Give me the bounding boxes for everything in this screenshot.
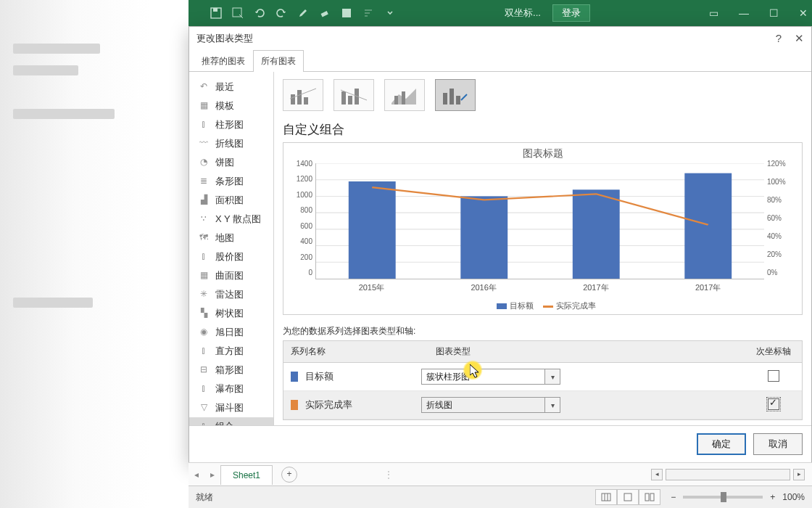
category-2[interactable]: ⫿柱形图	[189, 115, 273, 134]
zoom-out-icon[interactable]: −	[671, 492, 676, 502]
chart-legend: 目标额 实际完成率	[291, 300, 795, 311]
view-page-layout-icon[interactable]	[617, 489, 639, 505]
view-page-break-icon[interactable]	[639, 489, 660, 505]
scroll-left-icon[interactable]: ◂	[651, 469, 663, 480]
category-icon: ✳	[198, 289, 210, 300]
category-0[interactable]: ↶最近	[189, 78, 273, 97]
grid-icon[interactable]	[341, 7, 352, 19]
series-type-input-0[interactable]	[422, 369, 544, 384]
chart-category-list: ↶最近▦模板⫿柱形图〰折线图◔饼图≣条形图▟面积图∵X Y 散点图🗺地图⫿股价图…	[189, 72, 274, 425]
chart-title: 图表标题	[291, 147, 795, 160]
category-6[interactable]: ▟面积图	[189, 191, 273, 210]
series-type-combo-1[interactable]: ▾	[421, 397, 560, 413]
cancel-button[interactable]: 取消	[753, 433, 803, 455]
series-type-input-1[interactable]	[422, 398, 544, 412]
category-icon: 〰	[198, 138, 210, 149]
sheet-nav-next-icon[interactable]: ▸	[204, 470, 220, 480]
svg-rect-26	[684, 173, 732, 279]
col-chart-type: 图表类型	[428, 341, 745, 362]
section-heading: 自定义组合	[283, 121, 803, 138]
undo-icon[interactable]	[254, 7, 265, 19]
category-icon: ▽	[198, 402, 210, 414]
svg-rect-4	[342, 9, 351, 17]
help-icon[interactable]: ?	[776, 32, 782, 45]
subtype-1[interactable]	[283, 79, 323, 111]
series-name-0: 目标额	[305, 370, 334, 383]
svg-rect-12	[402, 91, 405, 105]
series-type-combo-0[interactable]: ▾	[421, 369, 560, 385]
category-18[interactable]: ⫿组合	[189, 417, 273, 425]
svg-rect-14	[450, 89, 454, 105]
category-7[interactable]: ∵X Y 散点图	[189, 210, 273, 229]
zoom-in-icon[interactable]: +	[770, 492, 775, 502]
view-normal-icon[interactable]	[595, 489, 617, 505]
category-5[interactable]: ≣条形图	[189, 172, 273, 191]
close-icon[interactable]: ✕	[799, 7, 808, 19]
brush-icon[interactable]	[297, 7, 309, 19]
dialog-close-icon[interactable]: ✕	[795, 32, 804, 45]
tab-recommended[interactable]: 推荐的图表	[194, 50, 253, 72]
doc-title: 双坐标...	[505, 7, 541, 20]
subtype-3[interactable]	[384, 79, 425, 111]
redo-icon[interactable]	[276, 7, 287, 19]
category-16[interactable]: ⫿瀑布图	[189, 380, 273, 398]
legend-entry-1: 目标额	[510, 301, 534, 310]
series-row-1[interactable]: 实际完成率 ▾	[283, 391, 802, 419]
add-sheet-button[interactable]: +	[281, 467, 297, 483]
minimize-icon[interactable]: —	[739, 7, 749, 19]
horizontal-scrollbar[interactable]: ◂ ▸	[651, 469, 805, 480]
more-icon[interactable]	[384, 7, 396, 19]
category-icon: ≣	[198, 176, 210, 187]
secondary-axis-checkbox-0[interactable]	[768, 370, 779, 382]
chart-preview: 图表标题 0200400600800100012001400 0%20%40%6…	[283, 142, 803, 315]
subtype-2[interactable]	[334, 79, 374, 111]
svg-rect-13	[443, 93, 447, 105]
category-4[interactable]: ◔饼图	[189, 153, 273, 172]
category-icon: ⫿	[198, 383, 210, 395]
category-11[interactable]: ✳雷达图	[189, 285, 273, 304]
series-row-0[interactable]: 目标额 ▾	[283, 363, 802, 391]
category-15[interactable]: ⊟箱形图	[189, 361, 273, 380]
secondary-axis-checkbox-1[interactable]	[768, 398, 779, 410]
change-chart-type-dialog: 更改图表类型 ? ✕ 推荐的图表 所有图表 ↶最近▦模板⫿柱形图〰折线图◔饼图≣…	[188, 26, 812, 463]
sheet-tab[interactable]: Sheet1	[220, 465, 273, 485]
subtype-custom[interactable]	[435, 79, 476, 111]
svg-rect-7	[304, 97, 308, 105]
category-icon: ▟	[198, 194, 210, 206]
category-icon: ▦	[198, 270, 210, 282]
scroll-right-icon[interactable]: ▸	[793, 469, 805, 480]
svg-rect-30	[624, 493, 631, 501]
eraser-icon[interactable]	[319, 7, 331, 19]
svg-rect-25	[573, 189, 620, 279]
category-12[interactable]: ▚树状图	[189, 304, 273, 323]
save-as-icon[interactable]	[232, 7, 244, 19]
excel-titlebar: 双坐标... 登录 ▭ — ☐ ✕	[188, 0, 812, 26]
svg-rect-31	[645, 493, 649, 501]
category-17[interactable]: ▽漏斗图	[189, 398, 273, 417]
plot-area	[315, 163, 764, 279]
svg-rect-24	[460, 196, 508, 279]
background-blur	[0, 0, 188, 508]
login-button[interactable]: 登录	[552, 4, 590, 22]
category-1[interactable]: ▦模板	[189, 97, 273, 115]
save-icon[interactable]	[210, 7, 222, 19]
category-9[interactable]: ⫿股价图	[189, 247, 273, 266]
category-13[interactable]: ◉旭日图	[189, 323, 273, 342]
category-icon: 🗺	[198, 232, 210, 244]
category-14[interactable]: ⫿直方图	[189, 342, 273, 361]
chevron-down-icon[interactable]: ▾	[544, 369, 560, 384]
maximize-icon[interactable]: ☐	[769, 7, 779, 19]
sheet-nav-prev-icon[interactable]: ◂	[188, 470, 204, 480]
zoom-level[interactable]: 100%	[782, 492, 805, 502]
sort-icon[interactable]	[362, 7, 374, 19]
tab-all-charts[interactable]: 所有图表	[253, 50, 304, 72]
zoom-control[interactable]: − + 100%	[671, 492, 805, 502]
category-10[interactable]: ▦曲面图	[189, 266, 273, 285]
y-axis-primary: 0200400600800100012001400	[291, 163, 315, 279]
category-8[interactable]: 🗺地图	[189, 229, 273, 247]
ribbon-options-icon[interactable]: ▭	[709, 7, 718, 19]
ok-button[interactable]: 确定	[697, 433, 746, 455]
col-secondary-axis: 次坐标轴	[745, 341, 802, 362]
chevron-down-icon[interactable]: ▾	[544, 398, 560, 412]
category-3[interactable]: 〰折线图	[189, 134, 273, 153]
